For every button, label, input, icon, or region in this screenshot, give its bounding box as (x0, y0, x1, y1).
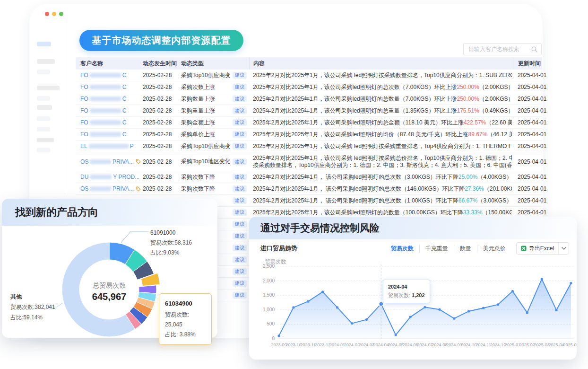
data-point-2024-01[interactable] (336, 306, 338, 308)
chevron-down-icon (562, 247, 566, 250)
data-point-2023-12[interactable] (321, 290, 324, 293)
y-tick-label: 500 (267, 321, 275, 326)
event-type: 采购Top10地区变化 (181, 152, 230, 171)
suggestion-badge[interactable]: 建议 (233, 131, 247, 138)
suggestion-badge[interactable]: 建议 (233, 107, 247, 114)
table-row[interactable]: FOC2025-02-28采购Top10供应商变化建议2025年2月对比2025… (76, 70, 542, 81)
col-header-content: 内容 (249, 57, 265, 70)
tab-贸易次数[interactable]: 贸易次数 (385, 245, 420, 253)
table-row[interactable]: FOC2025-02-28采购次数上涨建议2025年2月对比2025年1月，该公… (76, 81, 542, 93)
tab-美元总价[interactable]: 美元总价 (477, 245, 511, 253)
data-point-2024-05[interactable] (395, 334, 397, 336)
data-point-2024-04[interactable] (379, 302, 383, 306)
update-date: 2025-04-01 (518, 171, 551, 183)
search-input[interactable] (467, 45, 531, 53)
product-direction-panel: 找到新的产品方向 总贸易次数645,967 61091000 贸易次数:58,3… (2, 199, 217, 338)
masked-name-blur (90, 175, 112, 179)
data-point-2024-08[interactable] (438, 308, 441, 311)
x-tick-label: 2023-11 (301, 343, 316, 347)
suggestion-badge[interactable]: 建议 (233, 84, 247, 90)
data-point-2024-10[interactable] (467, 310, 470, 312)
close-button[interactable] (45, 12, 49, 16)
masked-name-blur (90, 97, 121, 101)
product-panel-header: 找到新的产品方向 (2, 199, 217, 226)
update-date: 2025-04-01 (518, 81, 551, 93)
sidebar-skeleton-item (37, 42, 51, 46)
suggestion-badge[interactable]: 建议 (233, 158, 247, 165)
customer-name-link[interactable]: OSPRIVA... (80, 183, 141, 194)
suggestion-badge[interactable]: 建议 (233, 292, 247, 299)
maximize-button[interactable] (59, 12, 63, 16)
data-point-2025-02[interactable] (526, 311, 528, 314)
badge-cell: 建议 (232, 266, 248, 277)
data-point-2024-11[interactable] (482, 307, 484, 309)
table-row[interactable]: FOC2025-02-28采购单价上涨建议2025年2月对比2025年1月，该公… (76, 129, 542, 141)
badge-cell: 建议 (232, 242, 248, 254)
customer-name-link[interactable]: DUY PROD... (80, 171, 141, 183)
customer-name-link[interactable]: FOC (80, 93, 141, 105)
callout-connector (121, 232, 148, 243)
search-box (463, 43, 542, 55)
export-excel-button[interactable]: 导出Excel (517, 245, 558, 253)
data-point-2025-04[interactable] (555, 309, 558, 311)
x-tick-label: 2024-03 (359, 343, 374, 347)
minimize-button[interactable] (52, 12, 56, 16)
masked-name-blur (90, 73, 121, 78)
suggestion-badge[interactable]: 建议 (233, 256, 247, 263)
customer-name-link[interactable]: ELP (80, 141, 141, 152)
data-point-2024-02[interactable] (351, 322, 353, 325)
data-point-2023-09[interactable] (277, 334, 280, 337)
customer-name-link[interactable]: OSPRIVA... (80, 152, 141, 171)
table-row[interactable]: DUY PROD...2025-02-28采购次数下降建议2025年2月对比20… (76, 171, 542, 183)
data-point-2024-07[interactable] (424, 306, 426, 308)
tab-千克重量[interactable]: 千克重量 (420, 245, 454, 253)
col-header-customer: 客户名称 (80, 57, 103, 70)
event-type: 采购次数上涨 (181, 81, 230, 93)
donut-center-value: 645,967 (92, 291, 126, 302)
data-point-2025-01[interactable] (511, 290, 514, 292)
customer-name-link[interactable]: FOC (80, 70, 141, 81)
suggestion-badge[interactable]: 建议 (233, 280, 247, 287)
table-row[interactable]: ELP2025-02-28采购Top10供应商变化建议2025年2月对比2025… (76, 141, 542, 152)
data-point-2025-03[interactable] (541, 278, 543, 280)
data-point-2023-10[interactable] (292, 306, 294, 308)
data-point-2024-09[interactable] (453, 317, 455, 320)
suggestion-badge[interactable]: 建议 (233, 221, 247, 228)
suggestion-badge[interactable]: 建议 (233, 174, 247, 180)
customer-name-link[interactable]: FOC (80, 81, 141, 93)
data-point-2024-06[interactable] (409, 316, 412, 318)
suggestion-badge[interactable]: 建议 (233, 96, 247, 102)
data-point-2025-05[interactable] (570, 282, 572, 284)
customer-name-link[interactable]: FOC (80, 129, 141, 140)
sidebar-skeleton-item (37, 86, 60, 90)
table-row[interactable]: FOC2025-02-28采购重量上涨建议2025年2月对比2025年1月，该公… (76, 105, 542, 117)
suggestion-badge[interactable]: 建议 (233, 209, 247, 216)
data-point-2024-03[interactable] (365, 318, 368, 321)
data-point-2023-11[interactable] (307, 300, 309, 303)
tab-数量[interactable]: 数量 (454, 245, 477, 253)
customer-name-link[interactable]: FOC (80, 105, 141, 116)
x-tick-label: 2024-01 (329, 343, 345, 347)
suggestion-badge[interactable]: 建议 (233, 233, 247, 239)
sidebar-divider (65, 18, 65, 194)
donut-center-label: 总贸易次数 (93, 281, 126, 289)
suggestion-badge[interactable]: 建议 (233, 119, 247, 126)
suggestion-badge[interactable]: 建议 (233, 245, 247, 251)
row-content: 2025年2月对比2025年1月，该公司采购 led照明灯按采购重量排名，Top… (253, 141, 512, 152)
export-dropdown-button[interactable] (558, 243, 569, 254)
suggestion-badge[interactable]: 建议 (233, 268, 247, 275)
row-content: 2025年2月对比2025年1月，该公司采购led照明灯的总次数（7.00KGS… (253, 81, 512, 93)
masked-name-blur (90, 108, 121, 113)
table-row[interactable]: OSPRIVA...2025-02-28采购Top10地区变化建议2025年2月… (76, 152, 542, 171)
risk-panel-header: 通过对手交易情况控制风险 (249, 217, 577, 239)
customer-name-link[interactable]: FOC (80, 117, 141, 128)
search-icon[interactable] (531, 46, 537, 53)
suggestion-badge[interactable]: 建议 (233, 143, 247, 149)
table-row[interactable]: FOC2025-02-28采购数量上涨建议2025年2月对比2025年1月，该公… (76, 93, 542, 105)
suggestion-badge[interactable]: 建议 (233, 197, 247, 204)
table-row[interactable]: FOC2025-02-28采购金额上涨建议2025年2月对比2025年1月，该公… (76, 117, 542, 129)
suggestion-badge[interactable]: 建议 (233, 185, 247, 192)
suggestion-badge[interactable]: 建议 (233, 72, 247, 79)
table-row[interactable]: OSPRIVA...2025-02-28采购次数下降建议2025年2月对比202… (76, 183, 542, 195)
data-point-2024-12[interactable] (497, 303, 499, 306)
